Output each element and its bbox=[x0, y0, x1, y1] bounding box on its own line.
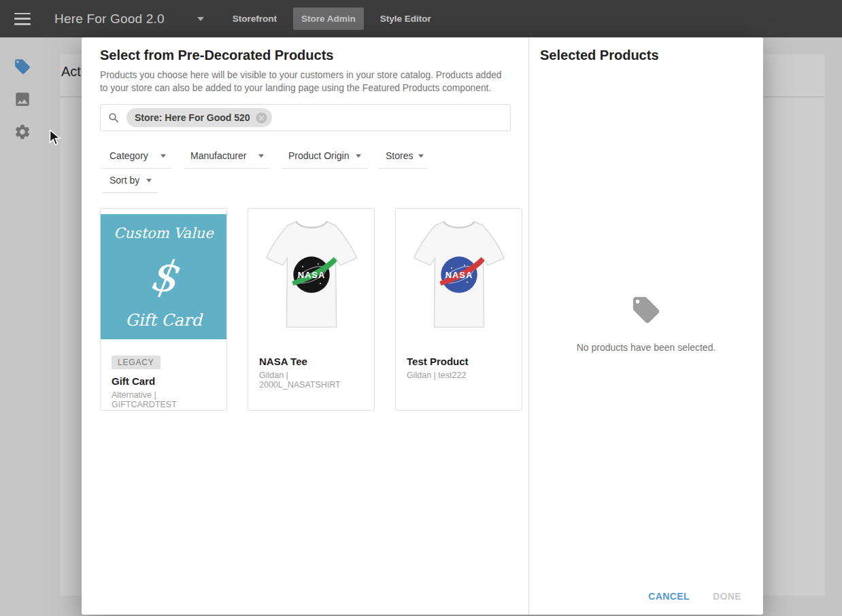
product-title: Test Product bbox=[407, 356, 511, 367]
filter-label: Stores bbox=[386, 150, 413, 161]
tshirt-black-nasa-logo: NASA bbox=[254, 213, 369, 339]
cancel-button[interactable]: CANCEL bbox=[641, 585, 696, 608]
chevron-down-icon bbox=[258, 154, 264, 158]
chip-label: Store: Here For Good 520 bbox=[135, 112, 250, 123]
store-filter-chip[interactable]: Store: Here For Good 520 bbox=[127, 108, 272, 127]
done-button[interactable]: DONE bbox=[706, 585, 748, 608]
dialog-actions: CANCEL DONE bbox=[641, 585, 748, 608]
search-icon bbox=[107, 112, 120, 124]
gift-card-artwork: Custom Value $ Gift Card bbox=[101, 214, 226, 339]
empty-message: No products have been selected. bbox=[529, 342, 763, 353]
gift-card-text: Custom Value bbox=[114, 225, 213, 241]
chevron-down-icon bbox=[418, 154, 424, 158]
tshirt-blue-nasa-logo: NASA bbox=[402, 213, 516, 339]
filter-product-origin[interactable]: Product Origin bbox=[281, 150, 367, 169]
filter-label: Manufacturer bbox=[190, 150, 246, 161]
chevron-down-icon bbox=[161, 154, 166, 158]
product-card[interactable]: Custom Value $ Gift Card LEGACY Gift Car… bbox=[100, 208, 227, 411]
filter-manufacturer[interactable]: Manufacturer bbox=[183, 150, 270, 169]
filter-label: Product Origin bbox=[288, 150, 349, 161]
filters-row-1: Category Manufacturer Product Origin Sto… bbox=[102, 150, 427, 169]
product-title: NASA Tee bbox=[259, 356, 363, 367]
filter-label: Category bbox=[110, 150, 148, 161]
tag-icon bbox=[630, 294, 662, 326]
product-image: NASA bbox=[248, 209, 374, 339]
chevron-down-icon bbox=[356, 154, 361, 158]
chip-remove-icon[interactable] bbox=[255, 112, 268, 124]
legacy-badge: LEGACY bbox=[112, 356, 161, 369]
product-grid: Custom Value $ Gift Card LEGACY Gift Car… bbox=[100, 208, 522, 411]
selected-products-pane: Selected Products No products have been … bbox=[528, 37, 763, 615]
filter-category[interactable]: Category bbox=[102, 150, 172, 169]
product-image: NASA bbox=[396, 209, 522, 339]
svg-text:NASA: NASA bbox=[297, 270, 324, 280]
filters-row-2: Sort by bbox=[102, 175, 158, 193]
gift-card-text: Gift Card bbox=[125, 311, 202, 330]
product-search-input[interactable]: Store: Here For Good 520 bbox=[100, 104, 511, 131]
product-title: Gift Card bbox=[112, 375, 216, 387]
filter-stores[interactable]: Stores bbox=[378, 150, 427, 169]
product-info: Test Product Gildan | test222 bbox=[396, 339, 522, 380]
product-subtitle: Alternative | GIFTCARDTEST bbox=[112, 390, 216, 409]
product-info: NASA Tee Gildan | 2000L_NASATSHIRT bbox=[248, 339, 374, 390]
product-card[interactable]: NASA NASA Tee Gildan | 2000L_NASATSHIRT bbox=[248, 208, 375, 411]
product-subtitle: Gildan | 2000L_NASATSHIRT bbox=[259, 371, 363, 390]
selected-products-title: Selected Products bbox=[540, 48, 659, 63]
filter-sort-by[interactable]: Sort by bbox=[102, 175, 158, 193]
select-products-dialog: Select from Pre-Decorated Products Produ… bbox=[82, 37, 763, 615]
product-image: Custom Value $ Gift Card bbox=[101, 209, 226, 339]
dialog-description: Products you choose here will be visible… bbox=[100, 69, 511, 95]
gift-card-dollar: $ bbox=[147, 254, 180, 297]
filter-label: Sort by bbox=[110, 175, 139, 186]
catalog-pane: Select from Pre-Decorated Products Produ… bbox=[82, 37, 528, 615]
product-subtitle: Gildan | test222 bbox=[407, 371, 511, 380]
chevron-down-icon bbox=[146, 179, 152, 182]
product-info: LEGACY Gift Card Alternative | GIFTCARDT… bbox=[101, 339, 226, 409]
dialog-title: Select from Pre-Decorated Products bbox=[100, 48, 333, 63]
empty-state: No products have been selected. bbox=[529, 294, 763, 353]
product-card[interactable]: NASA Test Product Gildan | test222 bbox=[395, 208, 522, 411]
svg-text:NASA: NASA bbox=[445, 270, 472, 280]
